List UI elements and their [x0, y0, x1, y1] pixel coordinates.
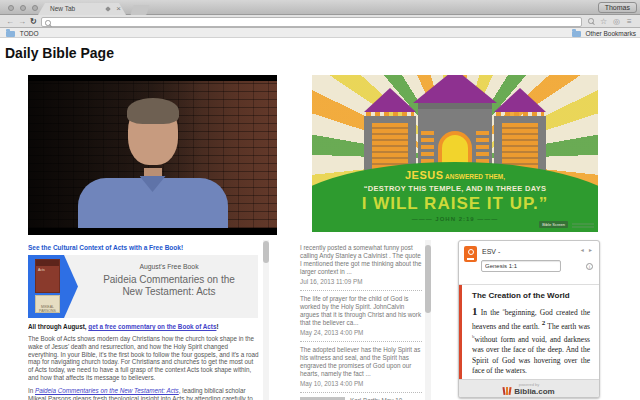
profile-button[interactable]: Thomas — [598, 2, 637, 13]
post-date: Jul 16, 2013 11:09 PM — [300, 278, 422, 285]
chapter-nav-arrows[interactable]: ◄ ► — [580, 247, 594, 253]
post-item[interactable]: The adopted believer has the Holy Spirit… — [300, 342, 422, 393]
verse-number: 2 — [542, 319, 546, 327]
roof-left — [364, 88, 416, 112]
article-paragraph-1: The Book of Acts shows modern day Christ… — [28, 335, 260, 382]
search-icon — [45, 20, 51, 26]
paideia-link[interactable]: Paideia Commentaries on the New Testamen… — [35, 387, 179, 394]
tab-title: New Tab — [50, 5, 75, 12]
bible-widget-footer: powered by Biblia.com — [459, 379, 599, 397]
roof-right — [494, 88, 546, 112]
tab-close-icon[interactable]: × — [116, 3, 121, 15]
folder-icon — [6, 31, 15, 37]
free-commentary-link[interactable]: get a free commentary on the Book of Act… — [88, 323, 216, 330]
reload-icon[interactable]: ↻ — [30, 15, 37, 28]
article-paragraph-2: In Paideia Commentaries on the New Testa… — [28, 387, 260, 400]
book-covers: Acts MIKEAL PARSONS — [28, 255, 80, 318]
pin-icon[interactable] — [105, 6, 111, 12]
window-maximize-button[interactable] — [32, 5, 38, 11]
post-item[interactable]: I recently posted a somewhat funny post … — [300, 240, 422, 291]
biblia-brand[interactable]: Biblia.com — [459, 387, 599, 397]
banner-line1-rest: ANSWERED THEM, — [444, 173, 506, 180]
bookmark-folder-todo[interactable]: TODO — [6, 30, 38, 38]
post-item[interactable]: The life of prayer for the child of God … — [300, 291, 422, 342]
folder-icon — [572, 31, 581, 37]
post-item[interactable]: Karl Barth: May 10, 1886–1968 Karl Barth… — [300, 393, 422, 400]
scrollbar-thumb[interactable] — [425, 245, 431, 313]
video-player[interactable] — [28, 75, 277, 235]
browser-toolbar: ← → ↻ ☆ ◎ ≡ — [0, 15, 640, 28]
bible-widget: ESV - ◄ ► i The Creation of the World 1 … — [458, 240, 600, 398]
free-book-link[interactable]: See the Cultural Context of Acts with a … — [28, 244, 260, 251]
card-eyebrow: August's Free Book — [80, 263, 258, 270]
faithlife-logo-icon — [464, 246, 477, 262]
window-titlebar: New Tab × Thomas — [0, 0, 640, 15]
new-tab-button[interactable] — [130, 5, 149, 15]
reference-input[interactable] — [481, 260, 561, 272]
verse-art-banner[interactable]: JESUS ANSWERED THEM, “DESTROY THIS TEMPL… — [312, 75, 598, 232]
menu-icon[interactable]: ≡ — [627, 17, 632, 27]
browser-window: New Tab × Thomas ← → ↻ ☆ ◎ ≡ TODO Other … — [0, 0, 640, 400]
forward-icon[interactable]: → — [18, 15, 26, 28]
left-panel-scrollbar[interactable] — [263, 240, 269, 400]
window-minimize-button[interactable] — [20, 5, 26, 11]
bookmarks-bar: TODO Other Bookmarks — [0, 28, 640, 38]
back-icon[interactable]: ← — [6, 15, 14, 28]
free-book-card[interactable]: Acts MIKEAL PARSONS August's Free Book P… — [28, 255, 258, 318]
banner-line3: I WILL RAISE IT UP.” — [312, 194, 598, 214]
watermark-badge: Bible Screen — [539, 221, 568, 228]
book-cover-acts: Acts — [35, 259, 60, 293]
promo-line: All through August, get a free commentar… — [28, 323, 260, 330]
passage-heading: The Creation of the World — [472, 291, 590, 300]
banner-text: JESUS ANSWERED THEM, “DESTROY THIS TEMPL… — [312, 165, 598, 222]
posts-panel-scrollbar[interactable] — [425, 240, 431, 400]
address-input[interactable] — [54, 18, 454, 26]
bookmark-folder-other[interactable]: Other Bookmarks — [572, 30, 636, 38]
post-date: May 24, 2013 4:00 PM — [300, 329, 422, 336]
book-cover-parsons: MIKEAL PARSONS — [35, 295, 60, 313]
card-title: Paideia Commentaries on the New Testamen… — [80, 274, 258, 298]
scrollbar-thumb[interactable] — [263, 241, 269, 263]
address-bar[interactable] — [41, 17, 582, 27]
passage-text: 1 In the abeginning, God created the hea… — [472, 305, 590, 377]
post-date: May 10, 2013 4:00 PM — [300, 380, 422, 387]
bookmark-star-icon[interactable]: ☆ — [600, 17, 607, 27]
bible-passage: The Creation of the World 1 In the abegi… — [459, 285, 599, 381]
video-frame — [28, 81, 277, 228]
banner-word-jesus: JESUS — [405, 169, 444, 181]
banner-line2: “DESTROY THIS TEMPLE, AND IN THREE DAYS — [312, 184, 598, 193]
watermark-lines — [572, 221, 594, 228]
window-close-button[interactable] — [8, 5, 14, 11]
bible-widget-header: ESV - ◄ ► i — [459, 241, 599, 285]
roof-center — [413, 75, 497, 103]
posts-panel: I recently posted a somewhat funny post … — [299, 240, 432, 400]
biblia-logo-icon — [503, 387, 512, 397]
info-icon[interactable]: i — [586, 263, 593, 270]
verse-number: 1 — [472, 305, 478, 317]
page-title: Daily Bible Page — [5, 45, 114, 61]
article-panel: See the Cultural Context of Acts with a … — [28, 240, 270, 400]
browser-tab[interactable]: New Tab × — [38, 3, 126, 15]
page-content: Daily Bible Page — [0, 38, 640, 400]
version-selector[interactable]: ESV - — [482, 248, 500, 255]
speaker-figure — [128, 101, 178, 165]
zoom-icon[interactable] — [588, 18, 594, 24]
extension-icon[interactable]: ◎ — [613, 17, 620, 27]
